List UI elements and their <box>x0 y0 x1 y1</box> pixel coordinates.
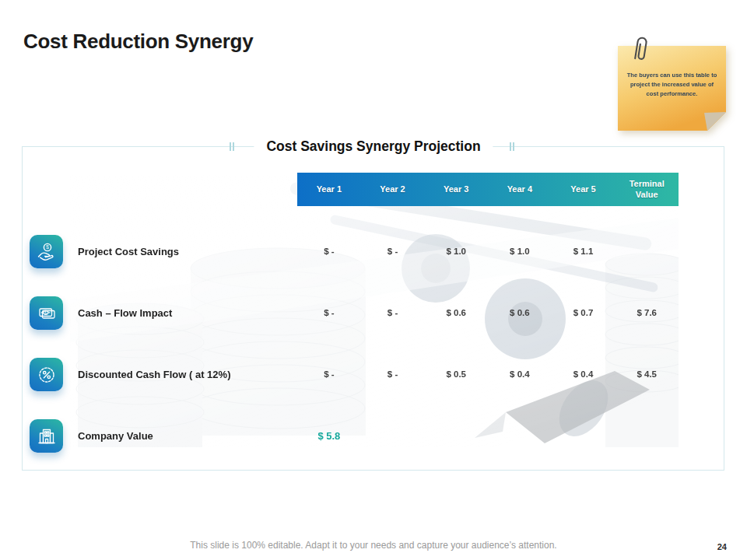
column-header-year-4: Year 4 <box>488 173 552 206</box>
table-cell: $ 4.5 <box>615 369 679 379</box>
frame-tick-right <box>510 142 511 151</box>
table-cell: $ 0.5 <box>424 369 488 379</box>
table-cell: $ 0.7 <box>552 308 615 317</box>
row-label: Cash – Flow Impact <box>70 307 297 319</box>
table-row: Discounted Cash Flow ( at 12%) $ - $ - $… <box>70 358 679 390</box>
building-icon <box>30 419 63 453</box>
hand-coin-icon: $ <box>30 235 63 268</box>
table-cell: $ 1.0 <box>424 247 488 256</box>
table-cell: $ 0.4 <box>552 369 615 379</box>
table-row: Project Cost Savings $ - $ - $ 1.0 $ 1.0… <box>70 235 679 268</box>
row-label: Company Value <box>70 430 297 442</box>
table-cell <box>424 430 488 442</box>
table-cell: $ 0.6 <box>424 308 488 317</box>
table-cell <box>488 430 552 442</box>
row-label: Discounted Cash Flow ( at 12%) <box>70 369 297 380</box>
table-cell: $ - <box>361 247 425 256</box>
table-cell: $ 7.6 <box>615 308 679 317</box>
row-values: $ - $ - $ 0.6 $ 0.6 $ 0.7 $ 7.6 <box>297 308 679 317</box>
table-row: Company Value $ 5.8 <box>70 419 679 452</box>
table-row: Cash – Flow Impact $ - $ - $ 0.6 $ 0.6 $… <box>70 296 679 329</box>
percent-badge-icon <box>30 358 63 391</box>
table-cell: $ - <box>361 308 425 317</box>
page-title: Cost Reduction Synergy <box>23 30 253 54</box>
column-header-terminal-value: Terminal Value <box>615 173 679 206</box>
row-values: $ - $ - $ 1.0 $ 1.0 $ 1.1 <box>297 247 679 256</box>
table-cell: $ - <box>297 308 361 317</box>
table-cell <box>615 430 679 442</box>
column-header-year-5: Year 5 <box>552 173 615 206</box>
svg-text:$: $ <box>46 244 49 250</box>
footer-note: This slide is 100% editable. Adapt it to… <box>0 540 747 551</box>
svg-text:$: $ <box>44 310 47 314</box>
row-label: Project Cost Savings <box>70 246 297 257</box>
sticky-note-text: The buyers can use this table to project… <box>624 71 720 98</box>
table-cell: $ 1.0 <box>488 247 552 256</box>
page-number: 24 <box>717 542 727 551</box>
cash-icon: $ <box>30 296 63 330</box>
frame-tick-left <box>230 142 231 151</box>
table-title: Cost Savings Synergy Projection <box>254 135 493 158</box>
frame-tick-right <box>513 142 514 151</box>
table-cell: $ - <box>297 369 361 379</box>
table-cell: $ - <box>297 247 361 256</box>
table-cell <box>361 430 425 442</box>
column-header-year-1: Year 1 <box>297 173 361 206</box>
slide: Cost Reduction Synergy The buyers can us… <box>0 0 747 560</box>
table-cell-highlight: $ 5.8 <box>297 430 361 442</box>
table-cell: $ - <box>361 369 425 379</box>
row-values: $ - $ - $ 0.5 $ 0.4 $ 0.4 $ 4.5 <box>297 369 679 379</box>
frame-tick-left <box>233 142 234 151</box>
table-cell <box>552 430 615 442</box>
table-cell: $ 1.1 <box>552 247 615 256</box>
column-header-year-3: Year 3 <box>424 173 488 206</box>
table-header-row: Year 1 Year 2 Year 3 Year 4 Year 5 Termi… <box>297 173 679 206</box>
table-cell: $ 0.6 <box>488 308 552 317</box>
table-cell <box>615 247 679 256</box>
column-header-year-2: Year 2 <box>361 173 425 206</box>
table-cell: $ 0.4 <box>488 369 552 379</box>
row-values: $ 5.8 <box>297 430 679 442</box>
